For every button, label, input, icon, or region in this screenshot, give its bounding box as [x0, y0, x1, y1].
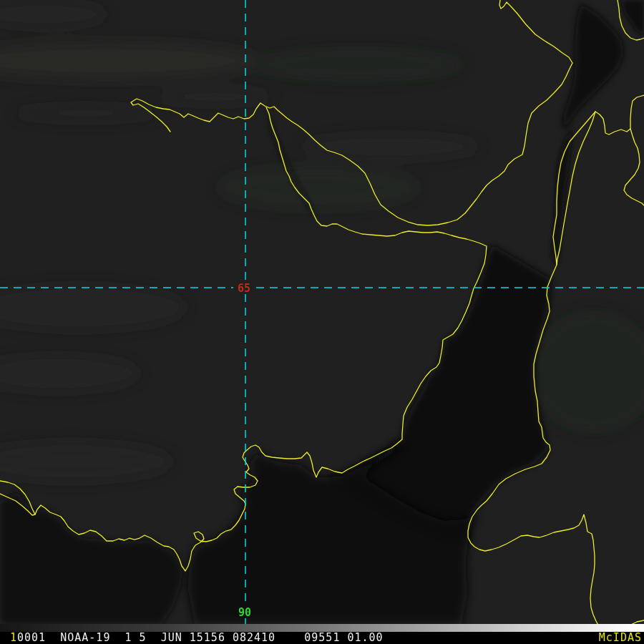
- latitude-label: 65: [238, 282, 250, 295]
- cloud-streak: [14, 105, 157, 121]
- cloud-streak: [301, 134, 479, 160]
- mcidas-window: 65 90 10001 NOAA-19 1 5 JUN 15156 082410…: [0, 0, 644, 644]
- cloud-streak: [157, 88, 272, 105]
- cloud-streak: [250, 47, 465, 82]
- satellite-image-canvas[interactable]: 65 90: [0, 0, 644, 624]
- longitude-label: 90: [238, 606, 251, 619]
- image-info-text: 0001 NOAA-19 1 5 JUN 15156 082410 09551 …: [17, 631, 384, 644]
- status-bar: 10001 NOAA-19 1 5 JUN 15156 082410 09551…: [0, 632, 644, 644]
- mcidas-brand: McIDAS: [599, 632, 644, 644]
- cloud-streak: [218, 166, 419, 209]
- status-left: 10001 NOAA-19 1 5 JUN 15156 082410 09551…: [0, 632, 384, 644]
- frame-number: 1: [10, 631, 17, 644]
